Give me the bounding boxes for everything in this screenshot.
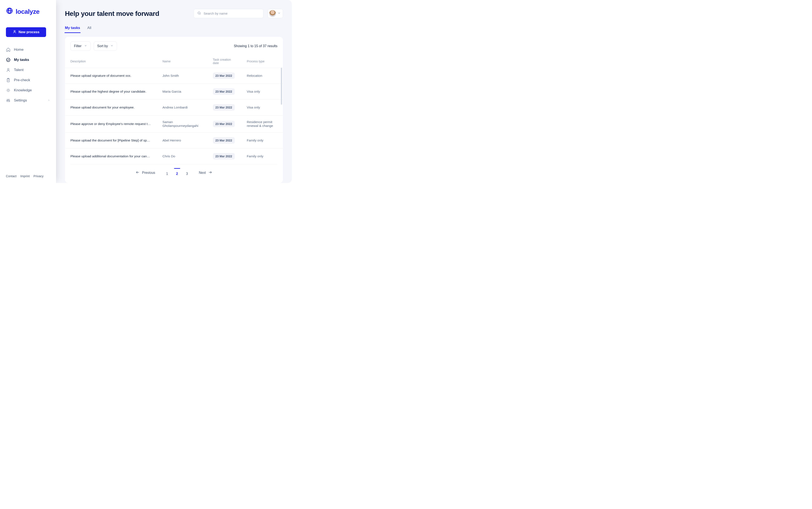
cell-description: Please upload the highest degree of your…	[65, 84, 157, 100]
date-badge: 23 Mar 2022	[213, 104, 235, 111]
cell-date: 23 Mar 2022	[207, 100, 241, 115]
cell-process-type: Residence permit renewal & change	[241, 115, 283, 133]
sidebar-item-settings[interactable]: Settings	[6, 96, 50, 105]
cell-process-type: Visa only	[241, 84, 283, 100]
sidebar-item-label: My tasks	[14, 58, 29, 62]
cell-process-type: Visa only	[241, 100, 283, 115]
tasks-table: Description Name Task creation date Proc…	[65, 55, 283, 164]
date-badge: 23 Mar 2022	[213, 121, 235, 127]
filter-button[interactable]: Filter	[70, 41, 91, 51]
table-wrap: Description Name Task creation date Proc…	[65, 55, 283, 164]
col-header-process-type: Process type	[241, 55, 283, 68]
sidebar-item-label: Pre-check	[14, 78, 30, 82]
page-number[interactable]: 1	[165, 170, 169, 176]
cell-name: John Smith	[157, 68, 207, 84]
footer-link-imprint[interactable]: Imprint	[20, 174, 30, 178]
sidebar-item-home[interactable]: Home	[6, 45, 50, 54]
search-box[interactable]	[194, 9, 264, 18]
person-icon	[13, 30, 16, 34]
sidebar-item-knowledge[interactable]: Knowledge	[6, 86, 50, 95]
sidebar-nav: Home My tasks Talent Pre-check	[6, 45, 50, 105]
search-input[interactable]	[204, 12, 260, 15]
pagination-next[interactable]: Next	[199, 170, 212, 175]
footer-link-privacy[interactable]: Privacy	[33, 174, 43, 178]
cell-description: Please upload signature of document xxx.	[65, 68, 157, 84]
page-title: Help your talent move forward	[65, 10, 190, 18]
svg-point-10	[198, 12, 200, 14]
avatar	[269, 10, 276, 17]
arrow-right-icon	[208, 170, 212, 175]
globe-icon	[6, 7, 13, 16]
cell-name: Abel Herrero	[157, 133, 207, 148]
brand-name: localyze	[15, 8, 39, 15]
tab-all[interactable]: All	[87, 26, 91, 33]
svg-point-1	[14, 30, 15, 32]
cell-date: 23 Mar 2022	[207, 115, 241, 133]
brand-logo: localyze	[6, 7, 50, 16]
page-number[interactable]: 3	[185, 170, 189, 176]
lightbulb-icon	[6, 88, 10, 93]
check-circle-icon	[6, 58, 10, 62]
cell-name: Saman Gholampourmeydangahi	[157, 115, 207, 133]
footer-link-contact[interactable]: Contact	[6, 174, 16, 178]
sidebar-item-pre-check[interactable]: Pre-check	[6, 76, 50, 84]
cell-date: 23 Mar 2022	[207, 68, 241, 84]
tab-label: All	[87, 26, 91, 30]
date-badge: 23 Mar 2022	[213, 137, 235, 144]
topbar: Help your talent move forward	[65, 9, 283, 18]
filter-label: Filter	[74, 44, 81, 48]
cell-description: Please upload the document for [Pipeline…	[65, 133, 157, 148]
svg-point-7	[7, 100, 8, 101]
arrow-left-icon	[136, 170, 140, 175]
sidebar-footer: Contact Imprint Privacy	[6, 174, 50, 178]
chevron-down-icon	[84, 44, 87, 48]
result-count: Showing 1 to 15 of 37 results	[234, 44, 277, 48]
previous-label: Previous	[142, 171, 155, 175]
table-row[interactable]: Please upload the document for [Pipeline…	[65, 133, 283, 148]
pagination-previous[interactable]: Previous	[136, 170, 155, 175]
cell-date: 23 Mar 2022	[207, 84, 241, 100]
new-process-button[interactable]: New process	[6, 27, 46, 37]
date-badge: 23 Mar 2022	[213, 72, 235, 79]
table-row[interactable]: Please upload signature of document xxx.…	[65, 68, 283, 84]
sidebar-item-talent[interactable]: Talent	[6, 66, 50, 74]
person-icon	[6, 68, 10, 72]
sidebar-item-label: Talent	[14, 68, 24, 72]
cell-name: Maria Garcia	[157, 84, 207, 100]
user-menu[interactable]	[268, 9, 283, 18]
clipboard-icon	[6, 78, 10, 82]
cell-date: 23 Mar 2022	[207, 148, 241, 164]
tasks-card: Filter Sort by Showing 1 to 15 of 37 res…	[65, 37, 283, 183]
cell-name: Chris Do	[157, 148, 207, 164]
cell-process-type: Relocation	[241, 68, 283, 84]
date-badge: 23 Mar 2022	[213, 153, 235, 160]
cell-description: Please approve or deny Employee's remote…	[65, 115, 157, 133]
chevron-right-icon	[47, 98, 50, 103]
tabs: My tasks All	[65, 26, 283, 33]
card-toolbar: Filter Sort by Showing 1 to 15 of 37 res…	[65, 41, 283, 55]
page-number[interactable]: 2	[175, 170, 179, 176]
sidebar-item-label: Home	[14, 47, 24, 52]
cell-process-type: Family only	[241, 133, 283, 148]
new-process-label: New process	[19, 30, 39, 34]
sidebar-item-my-tasks[interactable]: My tasks	[6, 56, 50, 64]
table-row[interactable]: Please upload the highest degree of your…	[65, 84, 283, 100]
sidebar: localyze New process Home My tasks	[0, 0, 56, 183]
col-header-name: Name	[157, 55, 207, 68]
tab-label: My tasks	[65, 26, 80, 30]
table-row[interactable]: Please upload document for your employee…	[65, 100, 283, 115]
date-badge: 23 Mar 2022	[213, 89, 235, 95]
col-header-date: Task creation date	[207, 55, 241, 68]
svg-point-3	[7, 69, 9, 70]
tab-my-tasks[interactable]: My tasks	[65, 26, 80, 33]
svg-point-8	[8, 99, 9, 100]
app-shell: localyze New process Home My tasks	[0, 0, 292, 183]
svg-point-6	[7, 90, 9, 91]
scrollbar-thumb[interactable]	[281, 68, 282, 105]
next-label: Next	[199, 171, 206, 175]
sort-label: Sort by	[97, 44, 108, 48]
table-row[interactable]: Please upload additional documentation f…	[65, 148, 283, 164]
table-row[interactable]: Please approve or deny Employee's remote…	[65, 115, 283, 133]
sort-button[interactable]: Sort by	[94, 41, 117, 51]
sidebar-item-label: Settings	[14, 98, 27, 103]
